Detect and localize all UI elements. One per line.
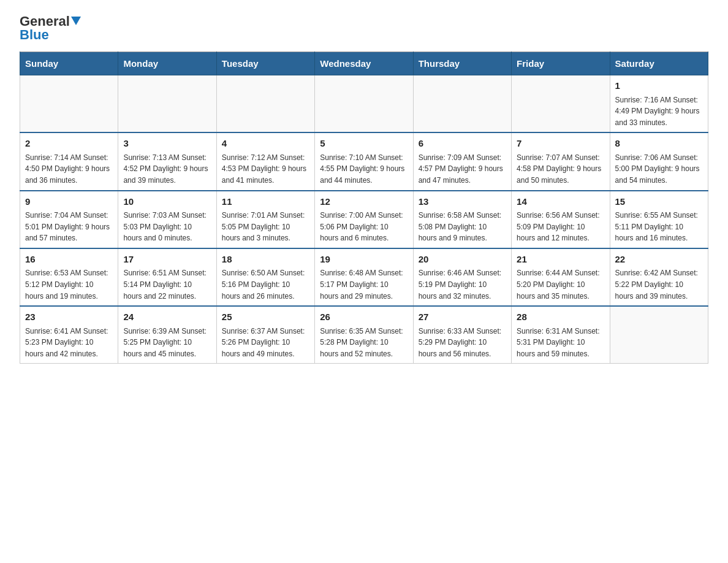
calendar-cell: 20Sunrise: 6:46 AM Sunset: 5:19 PM Dayli…	[413, 248, 511, 306]
calendar-cell	[216, 75, 314, 133]
day-number: 6	[419, 137, 506, 151]
day-number: 20	[419, 253, 506, 267]
calendar-cell: 8Sunrise: 7:06 AM Sunset: 5:00 PM Daylig…	[610, 132, 708, 190]
day-number: 17	[123, 253, 211, 267]
calendar-header-friday: Friday	[512, 52, 610, 75]
day-info: Sunrise: 7:12 AM Sunset: 4:53 PM Dayligh…	[222, 152, 309, 186]
calendar-cell: 12Sunrise: 7:00 AM Sunset: 5:06 PM Dayli…	[315, 191, 413, 248]
calendar-cell	[118, 75, 216, 133]
calendar-cell	[20, 75, 118, 133]
calendar-cell	[315, 75, 413, 133]
day-info: Sunrise: 7:03 AM Sunset: 5:03 PM Dayligh…	[123, 210, 211, 244]
calendar-week-row: 2Sunrise: 7:14 AM Sunset: 4:50 PM Daylig…	[20, 132, 708, 190]
calendar-cell: 18Sunrise: 6:50 AM Sunset: 5:16 PM Dayli…	[216, 248, 314, 306]
calendar-week-row: 16Sunrise: 6:53 AM Sunset: 5:12 PM Dayli…	[20, 248, 708, 306]
day-number: 4	[222, 137, 309, 151]
calendar-table: SundayMondayTuesdayWednesdayThursdayFrid…	[20, 52, 708, 364]
day-number: 5	[320, 137, 408, 151]
day-number: 22	[615, 253, 703, 267]
day-info: Sunrise: 7:04 AM Sunset: 5:01 PM Dayligh…	[25, 210, 113, 244]
day-info: Sunrise: 7:14 AM Sunset: 4:50 PM Dayligh…	[25, 152, 113, 186]
calendar-cell: 9Sunrise: 7:04 AM Sunset: 5:01 PM Daylig…	[20, 191, 118, 248]
day-number: 13	[419, 195, 506, 209]
day-info: Sunrise: 7:07 AM Sunset: 4:58 PM Dayligh…	[517, 152, 604, 186]
day-number: 23	[25, 310, 113, 324]
day-info: Sunrise: 7:13 AM Sunset: 4:52 PM Dayligh…	[123, 152, 211, 186]
day-info: Sunrise: 7:16 AM Sunset: 4:49 PM Dayligh…	[615, 94, 703, 129]
day-info: Sunrise: 6:31 AM Sunset: 5:31 PM Dayligh…	[517, 326, 604, 360]
day-info: Sunrise: 6:56 AM Sunset: 5:09 PM Dayligh…	[517, 210, 604, 244]
day-info: Sunrise: 7:06 AM Sunset: 5:00 PM Dayligh…	[615, 152, 703, 186]
calendar-cell: 7Sunrise: 7:07 AM Sunset: 4:58 PM Daylig…	[512, 132, 610, 190]
calendar-cell: 16Sunrise: 6:53 AM Sunset: 5:12 PM Dayli…	[20, 248, 118, 306]
calendar-header-monday: Monday	[118, 52, 216, 75]
day-info: Sunrise: 6:58 AM Sunset: 5:08 PM Dayligh…	[419, 210, 506, 244]
day-info: Sunrise: 6:41 AM Sunset: 5:23 PM Dayligh…	[25, 326, 113, 360]
calendar-cell: 22Sunrise: 6:42 AM Sunset: 5:22 PM Dayli…	[610, 248, 708, 306]
calendar-cell: 27Sunrise: 6:33 AM Sunset: 5:29 PM Dayli…	[413, 306, 511, 364]
day-info: Sunrise: 6:33 AM Sunset: 5:29 PM Dayligh…	[419, 326, 506, 360]
calendar-cell	[512, 75, 610, 133]
day-number: 3	[123, 137, 211, 151]
day-number: 21	[517, 253, 604, 267]
day-info: Sunrise: 6:39 AM Sunset: 5:25 PM Dayligh…	[123, 326, 211, 360]
day-number: 9	[25, 195, 113, 209]
calendar-header-row: SundayMondayTuesdayWednesdayThursdayFrid…	[20, 52, 708, 75]
day-info: Sunrise: 7:01 AM Sunset: 5:05 PM Dayligh…	[222, 210, 309, 244]
calendar-header-wednesday: Wednesday	[315, 52, 413, 75]
day-number: 27	[419, 310, 506, 324]
calendar-cell: 5Sunrise: 7:10 AM Sunset: 4:55 PM Daylig…	[315, 132, 413, 190]
day-number: 1	[615, 79, 703, 93]
calendar-cell: 21Sunrise: 6:44 AM Sunset: 5:20 PM Dayli…	[512, 248, 610, 306]
day-info: Sunrise: 6:35 AM Sunset: 5:28 PM Dayligh…	[320, 326, 408, 360]
day-number: 15	[615, 195, 703, 209]
day-info: Sunrise: 6:42 AM Sunset: 5:22 PM Dayligh…	[615, 267, 703, 302]
calendar-cell	[610, 306, 708, 364]
day-info: Sunrise: 6:50 AM Sunset: 5:16 PM Dayligh…	[222, 267, 309, 302]
day-info: Sunrise: 6:44 AM Sunset: 5:20 PM Dayligh…	[517, 267, 604, 302]
day-number: 16	[25, 253, 113, 267]
calendar-cell: 14Sunrise: 6:56 AM Sunset: 5:09 PM Dayli…	[512, 191, 610, 248]
calendar-header-thursday: Thursday	[413, 52, 511, 75]
day-info: Sunrise: 6:37 AM Sunset: 5:26 PM Dayligh…	[222, 326, 309, 360]
day-info: Sunrise: 6:48 AM Sunset: 5:17 PM Dayligh…	[320, 267, 408, 302]
calendar-cell: 25Sunrise: 6:37 AM Sunset: 5:26 PM Dayli…	[216, 306, 314, 364]
calendar-cell: 3Sunrise: 7:13 AM Sunset: 4:52 PM Daylig…	[118, 132, 216, 190]
calendar-cell: 23Sunrise: 6:41 AM Sunset: 5:23 PM Dayli…	[20, 306, 118, 364]
calendar-week-row: 1Sunrise: 7:16 AM Sunset: 4:49 PM Daylig…	[20, 75, 708, 133]
calendar-header-tuesday: Tuesday	[216, 52, 314, 75]
day-info: Sunrise: 6:51 AM Sunset: 5:14 PM Dayligh…	[123, 267, 211, 302]
day-info: Sunrise: 7:00 AM Sunset: 5:06 PM Dayligh…	[320, 210, 408, 244]
calendar-cell: 17Sunrise: 6:51 AM Sunset: 5:14 PM Dayli…	[118, 248, 216, 306]
day-info: Sunrise: 6:53 AM Sunset: 5:12 PM Dayligh…	[25, 267, 113, 302]
calendar-cell: 28Sunrise: 6:31 AM Sunset: 5:31 PM Dayli…	[512, 306, 610, 364]
logo-text-general: General	[20, 15, 81, 28]
calendar-week-row: 23Sunrise: 6:41 AM Sunset: 5:23 PM Dayli…	[20, 306, 708, 364]
day-number: 24	[123, 310, 211, 324]
day-number: 18	[222, 253, 309, 267]
day-number: 8	[615, 137, 703, 151]
calendar-header-saturday: Saturday	[610, 52, 708, 75]
logo-triangle-icon	[71, 17, 81, 25]
day-number: 19	[320, 253, 408, 267]
logo-text-blue: Blue	[20, 28, 49, 42]
day-number: 26	[320, 310, 408, 324]
calendar-cell: 19Sunrise: 6:48 AM Sunset: 5:17 PM Dayli…	[315, 248, 413, 306]
calendar-cell: 15Sunrise: 6:55 AM Sunset: 5:11 PM Dayli…	[610, 191, 708, 248]
day-number: 14	[517, 195, 604, 209]
calendar-cell: 4Sunrise: 7:12 AM Sunset: 4:53 PM Daylig…	[216, 132, 314, 190]
day-number: 7	[517, 137, 604, 151]
calendar-cell: 11Sunrise: 7:01 AM Sunset: 5:05 PM Dayli…	[216, 191, 314, 248]
logo: General Blue	[20, 15, 81, 42]
day-info: Sunrise: 7:10 AM Sunset: 4:55 PM Dayligh…	[320, 152, 408, 186]
calendar-cell: 6Sunrise: 7:09 AM Sunset: 4:57 PM Daylig…	[413, 132, 511, 190]
day-number: 25	[222, 310, 309, 324]
day-info: Sunrise: 6:55 AM Sunset: 5:11 PM Dayligh…	[615, 210, 703, 244]
calendar-week-row: 9Sunrise: 7:04 AM Sunset: 5:01 PM Daylig…	[20, 191, 708, 248]
calendar-cell	[413, 75, 511, 133]
day-number: 11	[222, 195, 309, 209]
calendar-cell: 13Sunrise: 6:58 AM Sunset: 5:08 PM Dayli…	[413, 191, 511, 248]
calendar-cell: 2Sunrise: 7:14 AM Sunset: 4:50 PM Daylig…	[20, 132, 118, 190]
calendar-cell: 10Sunrise: 7:03 AM Sunset: 5:03 PM Dayli…	[118, 191, 216, 248]
calendar-cell: 24Sunrise: 6:39 AM Sunset: 5:25 PM Dayli…	[118, 306, 216, 364]
